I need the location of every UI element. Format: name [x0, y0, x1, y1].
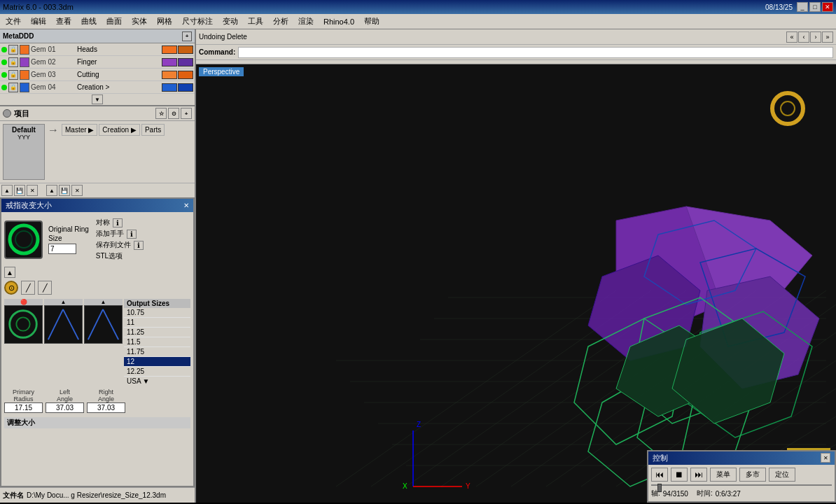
- symmetry-info-btn[interactable]: ℹ: [113, 218, 123, 227]
- multi-btn[interactable]: 多市: [739, 468, 766, 482]
- mode-icon-2[interactable]: ╱: [21, 281, 35, 295]
- size-1125[interactable]: 11.25: [124, 328, 190, 337]
- command-area: Undoing Delete « ‹ › » Command:: [196, 29, 836, 64]
- layer-visible-gem02[interactable]: [1, 59, 7, 65]
- menu-edit[interactable]: 编辑: [27, 15, 50, 27]
- size-11[interactable]: 11: [124, 318, 190, 328]
- left-angle-input[interactable]: [46, 402, 84, 413]
- menu-tools[interactable]: 工具: [244, 15, 267, 27]
- proj-del2-btn[interactable]: ✕: [71, 185, 83, 196]
- proj-del-btn[interactable]: ✕: [27, 185, 38, 196]
- undo-text: Undoing Delete: [199, 33, 247, 41]
- cutting-label: Cutting: [77, 71, 99, 78]
- menu-mesh[interactable]: 网格: [153, 15, 176, 27]
- master-label[interactable]: Master ▶: [62, 124, 97, 136]
- primary-radius-input[interactable]: [4, 402, 43, 413]
- menu-surface[interactable]: 曲面: [102, 15, 126, 27]
- menu-dimension[interactable]: 尺寸标注: [178, 15, 217, 27]
- primary-radius-label: PrimaryRadius: [4, 388, 43, 402]
- menu-render[interactable]: 渲染: [294, 15, 318, 27]
- size-1225[interactable]: 12.25: [124, 367, 190, 377]
- finger-color2[interactable]: [178, 58, 193, 66]
- progress-bar[interactable]: [651, 484, 832, 486]
- cutting-color2[interactable]: [178, 71, 193, 79]
- size-1175[interactable]: 11.75: [124, 347, 190, 357]
- finger-color[interactable]: [162, 58, 177, 66]
- layer-lock-gem04[interactable]: 🔒: [8, 83, 18, 92]
- left-angle-svg: [45, 306, 82, 343]
- proj-up2-btn[interactable]: ▲: [46, 185, 57, 196]
- proj-add-btn[interactable]: ☆: [155, 108, 167, 119]
- minimize-button[interactable]: _: [797, 2, 808, 12]
- resize-title: 戒指改变大小: [6, 200, 52, 211]
- default-box[interactable]: Default YYY: [3, 124, 45, 180]
- transport-back-btn[interactable]: ⏮: [651, 468, 668, 482]
- cmd-nav-right2-btn[interactable]: »: [822, 31, 833, 43]
- size-115[interactable]: 11.5: [124, 337, 190, 347]
- mode-icon-3[interactable]: ╱: [38, 281, 52, 295]
- layer-color-gem01[interactable]: [20, 45, 29, 55]
- heads-color2[interactable]: [178, 46, 193, 54]
- proj-save2-btn[interactable]: 💾: [59, 185, 70, 196]
- cmd-nav-left2-btn[interactable]: «: [786, 31, 797, 43]
- cmd-nav: « ‹ › »: [786, 31, 833, 43]
- menu-help[interactable]: 帮助: [360, 15, 384, 27]
- add-hand-info-btn[interactable]: ℹ: [127, 230, 137, 239]
- position-btn[interactable]: 定位: [769, 468, 795, 482]
- progress-thumb[interactable]: [657, 484, 662, 492]
- menu-solid[interactable]: 实体: [127, 15, 151, 27]
- size-1075[interactable]: 10.75: [124, 308, 190, 318]
- close-button[interactable]: ✕: [822, 2, 833, 12]
- creation-color[interactable]: [162, 83, 177, 92]
- layer-add-btn[interactable]: +: [182, 31, 192, 41]
- layer-color-gem04[interactable]: [20, 83, 29, 92]
- cmd-nav-left-btn[interactable]: ‹: [798, 31, 809, 43]
- menu-curve[interactable]: 曲线: [77, 15, 101, 27]
- maximize-button[interactable]: □: [809, 2, 821, 12]
- ctrl-panel-close-btn[interactable]: ✕: [821, 453, 830, 463]
- proj-settings-btn[interactable]: ⊙: [168, 108, 179, 119]
- menu-transform[interactable]: 变动: [218, 15, 242, 27]
- creation-tree-label[interactable]: Creation ▶: [99, 124, 140, 136]
- proj-add2-btn[interactable]: +: [181, 108, 192, 119]
- size-12[interactable]: 12: [124, 357, 190, 367]
- layer-visible-gem03[interactable]: [1, 72, 7, 78]
- layer-lock-gem02[interactable]: 🔒: [8, 57, 18, 67]
- heads-color[interactable]: [162, 46, 177, 54]
- transport-play-btn[interactable]: ⏹: [671, 468, 688, 482]
- resize-close-button[interactable]: ✕: [183, 202, 189, 209]
- tree-node-default: Default YYY: [3, 124, 45, 180]
- proj-up-btn[interactable]: ▲: [1, 185, 13, 196]
- layer-visible-gem04[interactable]: [1, 85, 7, 90]
- layer-visible-gem01[interactable]: [1, 47, 7, 52]
- menu-view[interactable]: 查看: [52, 15, 76, 27]
- menu-btn[interactable]: 菜单: [710, 468, 737, 482]
- gem04-label: Gem 04: [31, 83, 73, 91]
- mode-icon-1[interactable]: ⊙: [4, 281, 18, 295]
- creation-label: Creation >: [77, 83, 109, 91]
- layer-lock-gem03[interactable]: 🔒: [8, 70, 18, 80]
- layer-color-gem02[interactable]: [20, 57, 29, 67]
- original-ring-label: Original Ring: [48, 225, 89, 233]
- cutting-color[interactable]: [162, 71, 177, 79]
- layer-lock-gem01[interactable]: 🔒: [8, 45, 18, 55]
- menu-rhino[interactable]: Rhino4.0: [319, 17, 358, 27]
- layer-color-gem03[interactable]: [20, 70, 29, 80]
- arrow-up-btn[interactable]: ▲: [4, 267, 15, 278]
- menu-analysis[interactable]: 分析: [269, 15, 293, 27]
- project-header: 项目 ☆ ⊙ +: [0, 106, 195, 121]
- parts-label[interactable]: Parts: [141, 124, 165, 136]
- cmd-nav-right-btn[interactable]: ›: [810, 31, 821, 43]
- save-file-info-btn[interactable]: ℹ: [134, 241, 144, 250]
- command-input[interactable]: [238, 47, 833, 58]
- scroll-down-arrow[interactable]: ▼: [92, 94, 103, 104]
- right-angle-input[interactable]: [87, 402, 125, 413]
- menu-file[interactable]: 文件: [1, 15, 25, 27]
- country-dropdown-btn[interactable]: ▼: [143, 377, 150, 385]
- layer-scroll[interactable]: ▼: [0, 94, 195, 105]
- right-angle-col: RightAngle: [87, 388, 125, 413]
- transport-forward-btn[interactable]: ⏭: [690, 468, 707, 482]
- ring-size-input[interactable]: [48, 244, 76, 254]
- proj-save-btn[interactable]: 💾: [14, 185, 25, 196]
- creation-color2[interactable]: [178, 83, 193, 92]
